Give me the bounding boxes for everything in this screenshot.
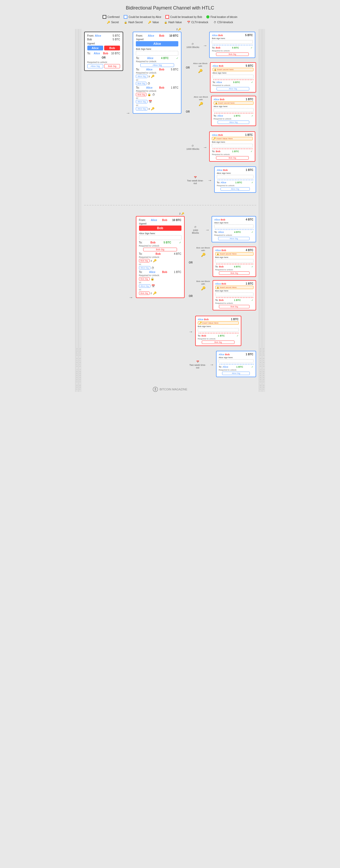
- commit-s2-out3-key2-icon: 🔑: [153, 291, 157, 295]
- csv-clock-icon: ⏱: [214, 21, 216, 24]
- commit-out3-or2: or:: [136, 104, 178, 106]
- ocard-bob-5-btc: 5 BTC: [245, 34, 253, 37]
- ocard-bob-5-req: Required to unlock:: [212, 50, 253, 52]
- ocard-alice-5-to-label: To: Alice: [213, 81, 222, 84]
- ocard-s2-a4-to-label: To: Alice: [214, 231, 224, 234]
- legend-hash-secret: 🔒 Hash Secret: [124, 21, 143, 24]
- page-wrapper: Bidirectional Payment Channel with HTLC …: [0, 0, 340, 868]
- ocard-alice-1-header: Alice Bob 1 BTC: [214, 98, 253, 101]
- funding-to-btc: 10 BTC: [111, 52, 120, 55]
- ocard-alice-1-btc: 1 BTC: [246, 98, 253, 101]
- commit-out3-alice2-sig: Alice Sig: [136, 107, 147, 111]
- ocard-s2-bv-from: Alice Bob: [198, 318, 209, 321]
- ocard-alice-5btc-secret: Alice Bob 5 BTC 🔒 Insert secret here:: [210, 62, 256, 93]
- ocard-s2-b4-sign-field: [215, 259, 253, 263]
- legend-value: 🔑 Value: [148, 21, 159, 24]
- s2-or-txt-1: OR: [188, 261, 194, 264]
- ocard-s2-a4-to-row: To: Alice 4 BTC ✓: [214, 231, 253, 234]
- legend-label-secret: Secret: [111, 21, 119, 24]
- lock-insert-icon-1: 🔒: [214, 68, 217, 71]
- ocard-bob-5-to-btc: 5 BTC: [232, 46, 239, 49]
- ocard-s2-b1-to-btc: 1 BTC: [234, 299, 241, 302]
- s2-or-bob-1btc: OR Bob can Block with 🔑 Alice Bob: [188, 280, 256, 312]
- ocard-bob-1-insert: 🔑 Insert Value Here: [212, 137, 253, 140]
- ocard-s2-b1-alice: Alice: [215, 282, 221, 285]
- ocard-alice-to-to-row: To: Alice 1 BTC ✓: [217, 181, 253, 184]
- commit-s2-out1-btc: 5 BTC: [163, 241, 171, 244]
- arrow-1000-1: →: [202, 43, 208, 48]
- commit-s2-out2-or: or:: [139, 263, 182, 266]
- s2-lock-insert-icon-2: 🔒: [217, 286, 219, 288]
- commit-s2-out2-to-label: To:: [139, 252, 143, 255]
- commit-s2-alice: Alice: [151, 219, 157, 222]
- commit-s2-out2-sig1-row: Bob Sig 3 🔑: [139, 259, 182, 262]
- section-divider: [84, 205, 256, 206]
- ocard-alice-1-insert: 🔒 Insert secret here:: [214, 101, 253, 105]
- alice-block-note-2: Alice can Block with: [192, 96, 210, 101]
- ocard-s2-b4-check: ✓: [251, 265, 253, 268]
- ocard-s2-at-alice: Alice: [219, 353, 224, 356]
- commit-s2-out3-cal-icon: 📅: [151, 284, 155, 288]
- ocard-alice-to-from: Alice Bob: [217, 169, 228, 172]
- commit-out2-to: To: Alice Bob 5 BTC: [136, 68, 178, 71]
- commit-out2-key-icon: 🔑: [151, 75, 155, 78]
- legend-label-bob: Could be broadcast by Bob: [170, 16, 202, 19]
- or-branch-top: OR Alice can Block with 🔑: [185, 62, 209, 73]
- ocard-s2-at-sig: Alice Sig: [222, 372, 250, 375]
- stripe-2: THE CHANNEL STAYS OPEN: [78, 29, 82, 392]
- ocard-s2-bv-to-label: To: Bob: [198, 335, 206, 337]
- ocard-s2-a4-check: ✓: [251, 231, 253, 234]
- commit-s2-out3-btc: 1 BTC: [174, 271, 181, 274]
- s2-two-week-label: Two week time-out: [189, 364, 206, 369]
- ocard-bob-1-insert-txt: Insert Value Here: [216, 137, 233, 140]
- commit-out2-sig2: Bob Sig: [136, 82, 146, 85]
- legend-cltv: 📅 CLTV-timelock: [187, 21, 208, 24]
- right-stripes: THE CHANNEL STAYS OPEN THE CHANNEL STAYS…: [259, 29, 265, 392]
- ocard-s2-b1-req: Required to unlock:: [215, 302, 253, 304]
- ocard-s2-bv-sign-field: [198, 328, 239, 332]
- ocard-s2-a4-alice: Alice: [214, 218, 220, 221]
- arrow-1000-2: →: [202, 145, 208, 150]
- ocard-s2-bv-wavy: [198, 333, 239, 334]
- commit-s2-out3-lock-icon: 🔒: [151, 277, 154, 281]
- stripe-3: THE CHANNEL STAYS OPEN: [259, 29, 262, 392]
- legend-label-confirmed: Confirmed: [107, 16, 120, 19]
- ocard-alice-5-bob: Bob: [219, 65, 224, 67]
- legend-secret: 🔑 Secret: [107, 21, 119, 24]
- alice-block-area: Alice can Block with 🔑: [192, 62, 209, 73]
- ocard-s2-at-sign-field: [219, 359, 253, 363]
- ocard-s2-b1-header: Alice Bob 1 BTC: [215, 282, 253, 285]
- ocard-s2-bv-sig: Bob Sig: [202, 341, 235, 344]
- ocard-bob-1-to-btc: 1 BTC: [232, 150, 239, 153]
- commit-s2-out1-bob: Bob: [150, 241, 155, 244]
- ocard-alice-to-sig: Alice Sig: [220, 187, 250, 191]
- or-txt-2: OR: [185, 110, 191, 113]
- commit-out2-btc: 5 BTC: [171, 68, 178, 71]
- ocard-bob-1-alice: Alice: [212, 134, 218, 136]
- ocard-s2-a4-sig: Alice Sig: [218, 237, 250, 240]
- ocard-alice-1-alice: Alice: [214, 98, 219, 101]
- s2-clock-1000-row: ⏱ 1000 Blocks → Alice Bob 4: [188, 216, 256, 244]
- commit-s2-out1-to: To: Bob 5 BTC ✓: [139, 241, 182, 244]
- commit-key-icon-1: 🔑: [178, 28, 181, 31]
- clock-1000-icon-2: ⏱: [191, 145, 194, 147]
- ocard-s2-a4-to-name: Alice: [218, 231, 224, 234]
- ocard-alice-1btc-secret: Alice Bob 1 BTC 🔒 Insert secret here: A: [211, 96, 256, 126]
- ocard-bob-5-from: Alice Bob: [212, 34, 223, 37]
- commit-s2-signed-label: Signed:: [139, 222, 182, 225]
- alice-block-key-icon: 🔑: [192, 69, 209, 73]
- block-note-1000: ⏱ 1000 Blocks: [186, 43, 199, 49]
- commit-num-2-val: 2: [179, 212, 180, 215]
- ocard-s2-b1-insert-txt: Insert secret Here:: [220, 286, 237, 288]
- commit-s2-out3-or1: or:: [139, 281, 182, 284]
- ocard-alice-5-to-btc: 5 BTC: [233, 81, 240, 84]
- commit-signed-bar-1: Alice: [136, 41, 178, 46]
- or-branch-col: OR Alice can Block with 🔑: [185, 62, 209, 73]
- commit-bob-sign-field-1: [136, 51, 178, 56]
- ocard-s2-alice-4btc: Alice Bob 4 BTC Alice sign here: To: Ali…: [212, 216, 256, 242]
- commit-out3-alice-row: Alice Sig 📅: [136, 100, 178, 103]
- ocard-bob-1-bob: Bob: [218, 134, 223, 136]
- s2-bob-block-area: Bob can Block with 🔑: [195, 247, 212, 257]
- ocard-alice-1-to-name: Alice: [217, 115, 223, 117]
- ocard-s2-alice-4-from: Alice Bob: [214, 218, 225, 221]
